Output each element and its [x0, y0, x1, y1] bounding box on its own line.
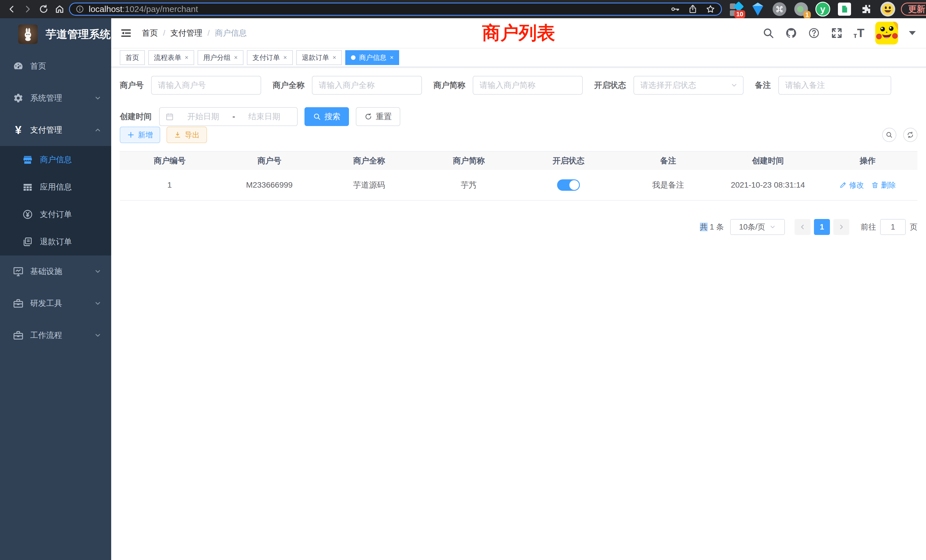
doc-glyph-icon	[840, 5, 849, 14]
browser-home-button[interactable]	[53, 3, 66, 16]
remark-input[interactable]	[778, 76, 891, 95]
tab-label: 商户信息	[359, 53, 386, 62]
sidebar-logo[interactable]: 芋道管理系统	[0, 18, 111, 50]
sidebar-collapse-icon[interactable]	[120, 27, 132, 39]
start-date-placeholder[interactable]: 开始日期	[176, 111, 230, 122]
short-name-input[interactable]	[473, 76, 583, 95]
browser-reload-button[interactable]	[37, 3, 50, 16]
full-name-input[interactable]	[312, 76, 422, 95]
pay-submenu: 商户信息 应用信息 支付订单 退款订单	[0, 146, 111, 256]
th-full-name: 商户全称	[319, 152, 419, 170]
tab-refund-order[interactable]: 退款订单×	[296, 50, 342, 65]
browser-forward-button[interactable]	[21, 3, 34, 16]
chevron-down-icon	[731, 82, 738, 89]
extension-notes-icon[interactable]	[837, 2, 852, 17]
goto-page-input[interactable]	[880, 219, 906, 235]
page-number-1[interactable]: 1	[814, 219, 830, 235]
tab-close-icon[interactable]: ×	[333, 54, 336, 61]
extension-gem-icon[interactable]	[750, 2, 765, 17]
tab-close-icon[interactable]: ×	[234, 54, 238, 61]
avatar-dropdown-caret-icon[interactable]	[909, 31, 916, 35]
user-avatar[interactable]	[875, 22, 898, 44]
sidebar-item-home[interactable]: 首页	[0, 50, 111, 82]
sidebar-item-workflow[interactable]: 工作流程	[0, 319, 111, 351]
edit-link[interactable]: 修改	[839, 180, 864, 190]
status-toggle-on[interactable]	[557, 179, 580, 191]
search-button[interactable]: 搜索	[304, 107, 349, 126]
status-select-input[interactable]	[634, 76, 743, 95]
tab-process-form[interactable]: 流程表单×	[148, 50, 194, 65]
sidebar-item-refund-order[interactable]: 退款订单	[0, 228, 111, 256]
fullscreen-icon[interactable]	[831, 27, 843, 39]
edit-pencil-icon	[839, 182, 847, 189]
pagination: 共 1 条 10条/页 1 前往 页	[120, 219, 917, 235]
breadcrumb-pay[interactable]: 支付管理	[171, 28, 203, 38]
extensions-puzzle-button[interactable]	[859, 2, 873, 17]
extension-grid-icon[interactable]: 10	[729, 2, 743, 17]
password-key-icon[interactable]	[670, 4, 680, 14]
tab-label: 首页	[126, 53, 139, 62]
extension-status-icon[interactable]: 1	[794, 2, 808, 17]
reload-icon	[39, 4, 48, 14]
tab-home[interactable]: 首页	[120, 50, 145, 65]
extension-yuque-icon[interactable]: y	[816, 2, 830, 17]
refresh-icon	[906, 131, 914, 139]
extension-command-icon[interactable]	[772, 2, 787, 17]
prev-page-button[interactable]	[794, 219, 811, 235]
refresh-table-button[interactable]	[903, 128, 917, 142]
tab-user-group[interactable]: 用户分组×	[198, 50, 244, 65]
toggle-search-button[interactable]	[882, 128, 896, 142]
page-unit-label: 页	[910, 222, 917, 232]
chevron-down-icon	[94, 300, 101, 307]
sidebar-item-dev-tools[interactable]: 研发工具	[0, 288, 111, 319]
url-bar[interactable]: localhost:1024/pay/merchant	[69, 3, 722, 16]
site-info-icon[interactable]	[76, 5, 84, 14]
end-date-placeholder[interactable]: 结束日期	[238, 111, 291, 122]
tab-merchant-info[interactable]: 商户信息×	[345, 50, 399, 65]
calendar-icon	[165, 112, 174, 121]
tab-pay-order[interactable]: 支付订单×	[247, 50, 293, 65]
date-range-picker[interactable]: 开始日期 - 结束日期	[159, 107, 298, 126]
breadcrumb-separator: /	[163, 29, 165, 38]
cell-full-name: 芋道源码	[319, 170, 419, 200]
sidebar-item-pay-order[interactable]: 支付订单	[0, 201, 111, 228]
sidebar-item-app-info[interactable]: 应用信息	[0, 173, 111, 201]
page-size-select[interactable]: 10条/页	[730, 219, 785, 235]
dashboard-icon	[12, 61, 24, 72]
command-icon	[773, 2, 786, 16]
browser-back-button[interactable]	[5, 3, 18, 16]
sidebar-item-merchant-info[interactable]: 商户信息	[0, 146, 111, 173]
store-icon	[22, 154, 33, 165]
pagination-goto: 前往 页	[861, 219, 917, 235]
reset-button[interactable]: 重置	[356, 107, 400, 126]
header-search-icon[interactable]	[763, 27, 774, 39]
share-icon[interactable]	[688, 4, 698, 14]
browser-profile-avatar[interactable]	[881, 2, 895, 17]
github-icon[interactable]	[785, 27, 797, 39]
delete-link[interactable]: 删除	[871, 180, 896, 190]
breadcrumb-home[interactable]: 首页	[142, 28, 158, 38]
add-button[interactable]: 新增	[120, 127, 160, 143]
table-toolbar: 新增 导出	[120, 127, 917, 143]
bookmark-star-icon[interactable]	[706, 4, 715, 14]
tab-close-icon[interactable]: ×	[283, 54, 287, 61]
filter-form-row-1: 商户号 商户全称 商户简称 开启状态	[120, 76, 917, 107]
status-select[interactable]	[634, 76, 743, 95]
tab-close-icon[interactable]: ×	[185, 54, 188, 61]
cell-status	[519, 170, 618, 200]
next-page-button[interactable]	[833, 219, 849, 235]
sidebar-item-infra[interactable]: 基础设施	[0, 256, 111, 288]
tab-close-icon[interactable]: ×	[390, 54, 393, 61]
extension-badge: 10	[734, 10, 745, 18]
refund-doc-icon	[22, 236, 33, 247]
export-button[interactable]: 导出	[166, 127, 207, 143]
merchant-no-input[interactable]	[151, 76, 261, 95]
browser-update-button[interactable]: 更新	[901, 3, 926, 16]
font-size-icon[interactable]: тT	[853, 27, 864, 39]
goto-label: 前往	[861, 222, 876, 232]
help-icon[interactable]	[808, 27, 820, 39]
sidebar-item-pay[interactable]: ¥ 支付管理	[0, 114, 111, 146]
tab-label: 流程表单	[154, 53, 181, 62]
sidebar-item-system[interactable]: 系统管理	[0, 82, 111, 114]
extension-badge-2: 1	[803, 11, 811, 19]
